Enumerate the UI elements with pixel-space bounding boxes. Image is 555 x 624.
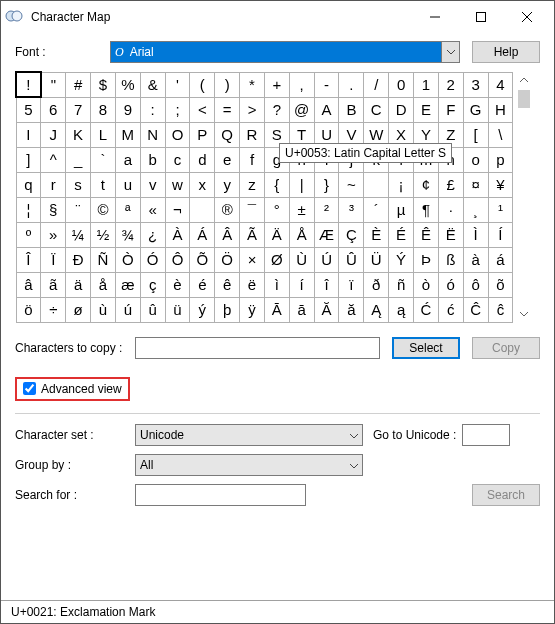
grid-cell[interactable]: & [140,72,165,97]
grid-cell[interactable]: ¬ [165,197,190,222]
grid-cell[interactable]: > [240,97,265,122]
grid-cell[interactable]: ' [165,72,190,97]
grid-cell[interactable]: ÿ [240,297,265,322]
grid-cell[interactable]: 0 [389,72,414,97]
grid-cell[interactable]: Ø [264,247,289,272]
grid-cell[interactable]: = [215,97,240,122]
grid-cell[interactable]: » [41,222,66,247]
grid-cell[interactable]: Q [215,122,240,147]
grid-cell[interactable]: é [190,272,215,297]
grid-cell[interactable]: H [488,97,513,122]
grid-cell[interactable]: Ò [115,247,140,272]
grid-cell[interactable]: " [41,72,66,97]
grid-cell[interactable]: ] [16,147,41,172]
grid-cell[interactable]: 1 [414,72,439,97]
grid-cell[interactable]: E [414,97,439,122]
grid-cell[interactable]: ë [240,272,265,297]
grid-cell[interactable]: ó [438,272,463,297]
grid-cell[interactable]: ³ [339,197,364,222]
grid-cell[interactable]: ~ [339,172,364,197]
grid-cell[interactable]: Í [488,222,513,247]
grid-cell[interactable] [364,172,389,197]
grid-cell[interactable]: È [364,222,389,247]
grid-cell[interactable]: y [215,172,240,197]
grid-cell[interactable]: s [66,172,91,197]
grid-cell[interactable]: Ú [314,247,339,272]
grid-cell[interactable]: Ü [364,247,389,272]
grid-cell[interactable]: ß [438,247,463,272]
grid-cell[interactable]: Ä [264,222,289,247]
grid-cell[interactable]: 9 [115,97,140,122]
grid-cell[interactable]: w [165,172,190,197]
grid-cell[interactable]: ± [289,197,314,222]
grid-cell[interactable]: ! [16,72,41,97]
grid-cell[interactable]: Ë [438,222,463,247]
character-grid[interactable]: !"#$%&'()*+,-./0123456789:;<=>?@ABCDEFGH… [15,71,513,323]
grid-cell[interactable]: ā [289,297,314,322]
grid-cell[interactable]: , [289,72,314,97]
grid-cell[interactable]: p [488,147,513,172]
grid-cell[interactable]: É [389,222,414,247]
grid-cell[interactable]: Ô [165,247,190,272]
grid-cell[interactable]: e [215,147,240,172]
grid-cell[interactable]: ¶ [414,197,439,222]
grid-cell[interactable]: J [41,122,66,147]
characters-to-copy-input[interactable] [135,337,380,359]
grid-cell[interactable]: x [190,172,215,197]
grid-cell[interactable]: v [140,172,165,197]
grid-cell[interactable]: 3 [463,72,488,97]
grid-cell[interactable]: Ñ [91,247,116,272]
scroll-thumb[interactable] [518,90,530,108]
grid-cell[interactable]: ¢ [414,172,439,197]
grid-cell[interactable]: ¥ [488,172,513,197]
grid-cell[interactable]: ¨ [66,197,91,222]
font-select[interactable]: O Arial [110,41,460,63]
grid-cell[interactable]: r [41,172,66,197]
grid-cell[interactable]: 8 [91,97,116,122]
grid-cell[interactable]: P [190,122,215,147]
grid-cell[interactable]: ç [140,272,165,297]
grid-cell[interactable]: í [289,272,314,297]
copy-button[interactable]: Copy [472,337,540,359]
grid-cell[interactable]: ° [264,197,289,222]
search-button[interactable]: Search [472,484,540,506]
grid-cell[interactable]: Û [339,247,364,272]
grid-cell[interactable]: d [190,147,215,172]
grid-cell[interactable]: ì [264,272,289,297]
grid-cell[interactable]: { [264,172,289,197]
grid-cell[interactable]: ² [314,197,339,222]
grid-cell[interactable]: [ [463,122,488,147]
grid-cell[interactable]: ¿ [140,222,165,247]
grid-cell[interactable]: · [438,197,463,222]
charset-select[interactable]: Unicode [135,424,363,446]
scroll-down-icon[interactable] [515,306,532,323]
grid-cell[interactable]: I [16,122,41,147]
grid-cell[interactable]: ñ [389,272,414,297]
grid-cell[interactable]: _ [66,147,91,172]
grid-cell[interactable]: R [240,122,265,147]
grid-cell[interactable]: Á [190,222,215,247]
grid-cell[interactable]: æ [115,272,140,297]
grid-cell[interactable]: b [140,147,165,172]
grid-cell[interactable]: c [165,147,190,172]
grid-cell[interactable]: Ą [364,297,389,322]
grid-cell[interactable]: ä [66,272,91,297]
grid-cell[interactable]: o [463,147,488,172]
grid-cell[interactable]: ö [16,297,41,322]
grid-cell[interactable]: Î [16,247,41,272]
grid-cell[interactable]: Æ [314,222,339,247]
grid-cell[interactable]: Ĉ [463,297,488,322]
grid-cell[interactable]: * [240,72,265,97]
grid-cell[interactable]: Ì [463,222,488,247]
grid-cell[interactable]: ê [215,272,240,297]
grid-cell[interactable]: ¹ [488,197,513,222]
grid-cell[interactable]: ï [339,272,364,297]
grid-cell[interactable]: 5 [16,97,41,122]
grid-cell[interactable]: 7 [66,97,91,122]
grid-cell[interactable]: z [240,172,265,197]
grid-cell[interactable]: º [16,222,41,247]
grid-cell[interactable]: Â [215,222,240,247]
grid-cell[interactable]: ð [364,272,389,297]
grid-cell[interactable]: Ç [339,222,364,247]
grid-cell[interactable]: à [463,247,488,272]
